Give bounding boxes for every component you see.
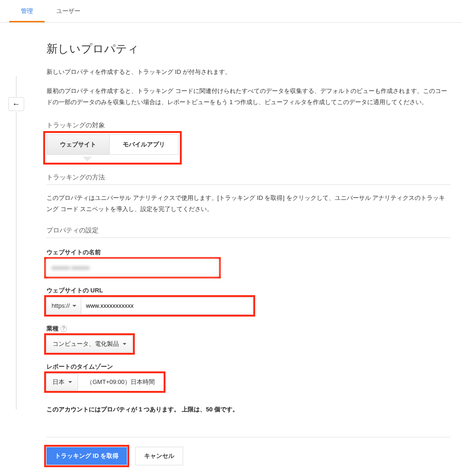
- tracking-target-label: トラッキングの対象: [46, 121, 451, 130]
- back-arrow-icon: ←: [13, 99, 20, 109]
- top-tabs: 管理 ユーザー: [0, 0, 462, 23]
- page-desc-1: 新しいプロパティを作成すると、トラッキング ID が付与されます。: [46, 66, 451, 77]
- chevron-down-icon: [123, 343, 126, 345]
- industry-label: 業種 ?: [46, 324, 451, 333]
- help-icon[interactable]: ?: [60, 325, 67, 332]
- cancel-button[interactable]: キャンセル: [135, 447, 183, 465]
- tracking-target-toggle: ウェブサイト モバイルアプリ: [46, 134, 178, 155]
- page-title: 新しいプロパティ: [46, 41, 451, 56]
- industry-select[interactable]: コンピュータ、電化製品: [46, 336, 132, 352]
- protocol-select[interactable]: https://: [46, 298, 81, 314]
- timezone-label: レポートのタイムゾーン: [46, 363, 451, 371]
- toggle-caret-icon: [83, 157, 92, 161]
- protocol-value: https://: [52, 302, 70, 309]
- toggle-mobile-app[interactable]: モバイルアプリ: [109, 134, 178, 155]
- timezone-value: （GMT+09:00）日本時間: [78, 374, 163, 390]
- chevron-down-icon: [73, 305, 76, 307]
- back-button[interactable]: ←: [8, 97, 24, 111]
- account-property-note: このアカウントにはプロパティが 1 つあります。 上限は、50 個です。: [46, 405, 451, 414]
- site-name-label: ウェブサイトの名前: [46, 248, 451, 257]
- get-tracking-id-button[interactable]: トラッキング ID を取得: [46, 447, 127, 465]
- stepper-line: [16, 76, 17, 98]
- site-url-label: ウェブサイトの URL: [46, 286, 451, 295]
- page-desc-2: 最初のプロパティを作成すると、トラッキング コードに関連付けられたすべてのデータ…: [46, 86, 451, 107]
- timezone-country-select[interactable]: 日本: [46, 374, 78, 390]
- chevron-down-icon: [68, 381, 72, 383]
- stepper-line: [16, 112, 17, 410]
- tracking-method-header: トラッキングの方法: [46, 173, 451, 185]
- tab-admin[interactable]: 管理: [9, 0, 45, 22]
- property-settings-header: プロパティの設定: [46, 226, 451, 238]
- industry-label-text: 業種: [46, 324, 59, 333]
- tab-user[interactable]: ユーザー: [45, 0, 92, 22]
- site-url-input[interactable]: [81, 298, 253, 314]
- tracking-method-desc: このプロパティはユニバーサル アナリティクスで使用します。[トラッキング ID …: [46, 192, 451, 214]
- industry-value: コンピュータ、電化製品: [53, 340, 119, 348]
- timezone-country-value: 日本: [53, 378, 65, 386]
- divider: [46, 437, 451, 437]
- toggle-website[interactable]: ウェブサイト: [46, 134, 109, 155]
- site-name-input[interactable]: [46, 259, 218, 276]
